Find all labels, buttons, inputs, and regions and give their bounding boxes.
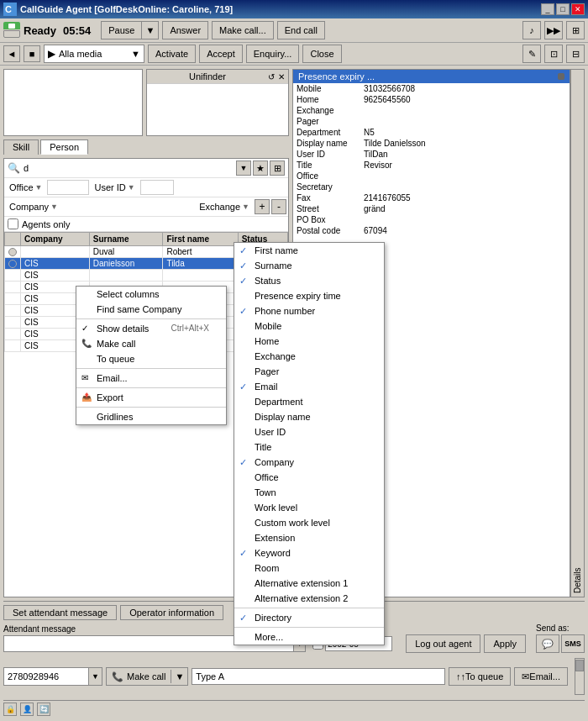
col-display-name[interactable]: Display name [234, 409, 384, 424]
ctx-export[interactable]: 📤 Export [76, 390, 226, 405]
minimize-button[interactable]: _ [541, 3, 554, 15]
col-extension[interactable]: Extension [234, 530, 384, 545]
col-surname[interactable]: Surname [89, 233, 163, 246]
col-directory[interactable]: ✓Directory [234, 610, 384, 625]
sync-icon[interactable]: 🔄 [37, 703, 50, 716]
apply-button[interactable]: Apply [484, 634, 526, 653]
col-room[interactable]: Room [234, 560, 384, 576]
unifinder-refresh-icon[interactable]: ↺ [268, 72, 275, 82]
email-button[interactable]: ✉ Email... [514, 667, 568, 686]
col-company[interactable]: Company [21, 233, 90, 246]
col-separator [234, 608, 384, 608]
col-department[interactable]: Department [234, 394, 384, 409]
col-email[interactable]: ✓Email [234, 379, 384, 394]
col-home[interactable]: Home [234, 334, 384, 349]
media-dropdown[interactable]: ▶ Alla media ▼ [44, 45, 144, 63]
lock-icon[interactable]: 🔒 [3, 703, 17, 716]
answer-button[interactable]: Answer [162, 21, 208, 39]
agents-only-checkbox[interactable] [8, 218, 18, 229]
log-out-agent-button[interactable]: Log out agent [406, 634, 480, 653]
col-custom-work-level[interactable]: Custom work level [234, 515, 384, 530]
sms-send-button[interactable]: SMS [561, 634, 585, 653]
zoom-minus-button[interactable]: - [271, 199, 286, 214]
transfer-icon[interactable]: ⊟ [566, 45, 585, 63]
ctx-select-columns[interactable]: Select columns [76, 287, 226, 302]
col-title[interactable]: Title [234, 439, 384, 455]
filter-row: Office ▼ User ID ▼ [4, 178, 288, 197]
office-input[interactable] [47, 180, 89, 195]
make-call-main-button[interactable]: 📞 Make call ▼ [106, 667, 188, 686]
filter-office[interactable]: Office ▼ [6, 180, 45, 195]
user-icon[interactable]: 👤 [20, 703, 34, 716]
make-call-dropdown[interactable]: ▼ [171, 670, 187, 683]
voicemail-icon[interactable]: ▶▶ [544, 21, 563, 39]
ctx-gridlines[interactable]: Gridlines [76, 409, 226, 424]
userid-input[interactable] [140, 180, 174, 195]
set-attendant-message-button[interactable]: Set attendant message [3, 605, 117, 620]
unifinder-close-icon[interactable]: ✕ [278, 72, 285, 82]
screen-icon[interactable]: ⊡ [544, 45, 563, 63]
col-company[interactable]: ✓Company [234, 455, 384, 470]
filter-exchange[interactable]: Exchange ▼ [196, 199, 253, 214]
col-status[interactable]: ✓Status [234, 273, 384, 288]
filter-userid[interactable]: User ID ▼ [91, 180, 138, 195]
filter-company[interactable]: Company ▼ [6, 199, 61, 214]
col-more[interactable]: More... [234, 629, 384, 645]
send-as-label: Send as: [536, 624, 585, 633]
col-surname[interactable]: ✓Surname [234, 258, 384, 273]
to-queue-button[interactable]: ↑↑ To queue [449, 667, 511, 686]
col-work-level[interactable]: Work level [234, 500, 384, 515]
zoom-plus-button[interactable]: + [255, 199, 270, 214]
enquiry-button[interactable]: Enquiry... [246, 45, 300, 63]
col-pager[interactable]: Pager [234, 364, 384, 379]
phone-number-input[interactable] [4, 668, 88, 685]
col-exchange[interactable]: Exchange [234, 349, 384, 364]
col-keyword[interactable]: ✓Keyword [234, 545, 384, 560]
star-icon[interactable]: ★ [253, 161, 268, 176]
close-window-button[interactable]: ✕ [571, 3, 585, 15]
col-alt-ext-2[interactable]: Alternative extension 2 [234, 591, 384, 606]
col-firstname[interactable]: First name [163, 233, 238, 246]
col-phone-number[interactable]: ✓Phone number [234, 303, 384, 318]
grid-icon[interactable]: ⊞ [566, 21, 585, 39]
pause-button[interactable]: Pause [101, 21, 142, 39]
search-input[interactable] [24, 163, 233, 173]
back-icon[interactable]: ◄ [3, 45, 20, 62]
tab-skill[interactable]: Skill [3, 139, 39, 155]
col-first-name[interactable]: ✓First name [234, 243, 384, 258]
edit-icon[interactable]: ✎ [522, 45, 541, 63]
grid-view-icon[interactable]: ⊞ [270, 161, 285, 176]
ctx-make-call[interactable]: 📞 Make call [76, 336, 226, 351]
activate-button[interactable]: Activate [148, 45, 196, 63]
close-button[interactable]: Close [302, 45, 341, 63]
ctx-to-queue[interactable]: To queue [76, 351, 226, 366]
email-label: Email... [529, 671, 560, 682]
col-alt-ext-1[interactable]: Alternative extension 1 [234, 576, 384, 591]
chat-send-button[interactable]: 💬 [536, 634, 559, 653]
ctx-show-details[interactable]: ✓ Show details Ctrl+Alt+X [76, 321, 226, 336]
col-town[interactable]: Town [234, 485, 384, 500]
ctx-find-same-company[interactable]: Find same Company [76, 302, 226, 317]
col-user-id[interactable]: User ID [234, 424, 384, 439]
maximize-button[interactable]: □ [556, 3, 570, 15]
accept-button[interactable]: Accept [199, 45, 243, 63]
forward-icon[interactable]: ■ [24, 45, 40, 62]
end-call-button[interactable]: End call [277, 21, 325, 39]
search-dropdown-icon[interactable]: ▼ [236, 161, 251, 176]
col-office[interactable]: Office [234, 470, 384, 485]
operator-information-button[interactable]: Operator information [120, 605, 223, 620]
scroll-bar[interactable] [575, 658, 585, 695]
phone-row: ▼ 📞 Make call ▼ ↑↑ To queue ✉ Email... [3, 656, 585, 697]
tab-person[interactable]: Person [40, 139, 88, 155]
details-data-table: Mobile 31032566708 Home 9625645560 Excha… [293, 83, 570, 236]
ctx-email[interactable]: ✉ Email... [76, 371, 226, 386]
col-presence-expiry[interactable]: Presence expiry time [234, 288, 384, 303]
type-input[interactable] [192, 668, 445, 685]
music-icon[interactable]: ♪ [522, 21, 541, 39]
make-call-button[interactable]: Make call... [212, 21, 274, 39]
detail-row: User ID TilDan [293, 149, 570, 160]
pause-dropdown[interactable]: ▼ [142, 21, 159, 39]
scroll-indicator [558, 73, 564, 80]
col-mobile[interactable]: Mobile [234, 318, 384, 334]
phone-dropdown-button[interactable]: ▼ [88, 668, 102, 685]
